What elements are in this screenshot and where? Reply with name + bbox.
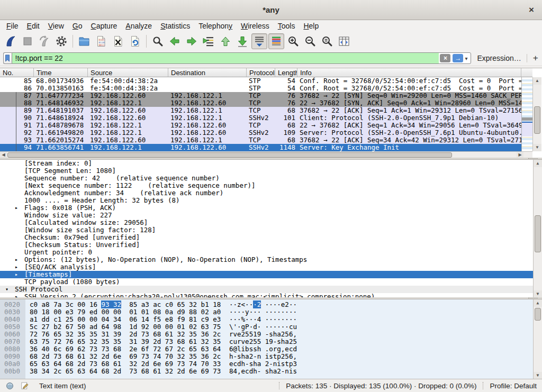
hex-bytes[interactable]: 63 75 72 76 65 32 35 35 31 39 2d 73 68 6… [30,338,221,345]
hex-bytes[interactable]: 38 34 2c 65 63 64 68 2d 73 68 61 32 2d 6… [30,368,221,375]
detail-row[interactable]: ▸SSH Version 2 (encryption:chacha20-poly… [0,293,542,297]
column-header-length[interactable]: Length [275,68,297,77]
hex-row-0040[interactable]: 0040a1 dd c1 25 00 00 04 34 06 14 f5 e8 … [0,316,532,323]
detail-row[interactable]: [Checksum Status: Unverified] [0,241,542,249]
details-vscroll-thumb[interactable] [535,215,541,252]
menu-statistics[interactable]: Statistics [156,21,194,31]
hex-bytes[interactable]: 68 2d 73 68 61 32 2d 6e 69 73 74 70 32 3… [30,353,221,360]
packet-row-92[interactable]: 9271.661949820192.168.122.1192.168.122.6… [0,129,521,136]
detail-row[interactable]: ▸[Timestamps] [0,271,542,278]
hex-row-0080[interactable]: 008036 40 6c 69 62 73 73 68 2e 6f 72 67 … [0,345,532,353]
expert-info-button[interactable] [5,381,15,390]
hex-bytes[interactable]: 72 76 65 32 35 35 31 39 2d 73 68 61 32 3… [30,331,221,338]
find-packet-button[interactable] [150,33,166,49]
filter-clear-button[interactable]: × [440,54,450,62]
packet-row-85[interactable]: 8568.001734936fe:54:00:d4:38:2aSTP54Conf… [0,77,521,85]
go-back-button[interactable] [167,33,183,49]
details-vscrollbar[interactable]: ▲ ▼ [533,160,542,297]
zoom-in-button[interactable] [285,33,301,49]
detail-row[interactable]: [Calculated window size: 29056] [0,219,542,226]
packet-list-vscroll-thumb[interactable] [534,106,540,134]
detail-row[interactable]: TCP payload (1080 bytes) [0,278,542,286]
packet-row-94[interactable]: 9471.663856741192.168.122.1192.168.122.6… [0,144,521,151]
scroll-up-icon[interactable]: ▲ [534,160,542,167]
expander-closed-icon[interactable]: ▸ [15,293,18,297]
hex-ascii[interactable]: ····y··· ········ [229,308,297,316]
menu-tools[interactable]: Tools [274,21,300,31]
restart-capture-button[interactable] [37,33,52,49]
colorize-button[interactable] [268,33,284,49]
packet-row-88[interactable]: 8871.648146932192.168.122.1192.168.122.6… [0,99,521,107]
hex-ascii[interactable]: 84,ecdh- sha2-nis [229,368,297,375]
packet-row-89[interactable]: 8971.648191037192.168.122.60192.168.122.… [0,107,521,114]
hex-bytes[interactable]: c0 a8 7a 3c 00 16 93 32 85 a3 ac c0 65 3… [30,301,221,308]
column-header-protocol[interactable]: Protocol [247,68,275,77]
menu-go[interactable]: Go [68,21,87,31]
detail-row[interactable]: Urgent pointer: 0 [0,249,542,256]
scroll-up-icon[interactable]: ▲ [534,299,542,307]
column-header-source[interactable]: Source [88,68,168,77]
go-forward-button[interactable] [184,33,200,49]
hex-ascii[interactable]: ···%···4 ········ [229,316,297,323]
auto-scroll-button[interactable] [251,33,267,49]
detail-row[interactable]: 1000 .... = Header Length: 32 bytes (8) [0,197,542,204]
hex-ascii[interactable]: ··z<···2 ····e2·· [229,301,297,308]
hex-row-0090[interactable]: 009068 2d 73 68 61 32 2d 6e 69 73 74 70 … [0,353,532,360]
packet-list-hscroll-thumb[interactable] [7,152,452,158]
zoom-100-button[interactable] [319,33,335,49]
menu-analyze[interactable]: Analyze [121,21,156,31]
scroll-down-icon[interactable]: ▼ [533,144,541,151]
hex-bytes[interactable]: 80 18 00 e3 79 ed 00 00 01 01 08 0a d9 8… [30,308,221,316]
scroll-down-icon[interactable]: ▼ [534,372,542,379]
hex-ascii[interactable]: 6@libssh .org,ecd [229,345,297,353]
go-last-button[interactable] [234,33,250,49]
capture-options-button[interactable] [53,33,69,49]
detail-row[interactable]: Checksum: 0x79ed [unverified] [0,234,542,241]
menu-view[interactable]: View [44,21,68,31]
expander-closed-icon[interactable]: ▸ [15,263,18,271]
hex-bytes[interactable]: 65 63 64 68 2d 73 68 61 32 2d 6e 69 73 7… [30,360,221,368]
column-header-time[interactable]: Time [34,68,88,77]
open-file-button[interactable] [76,33,92,49]
detail-row[interactable]: [TCP Segment Len: 1080] [0,167,542,175]
hex-ascii[interactable]: h-sha2-n istp256, [229,353,297,360]
hex-ascii[interactable]: curve255 19-sha25 [229,338,297,345]
hex-bytes[interactable]: 36 40 6c 69 62 73 73 68 2e 6f 72 67 2c 6… [30,345,221,353]
filter-bookmark-button[interactable] [3,52,12,64]
hex-row-0060[interactable]: 006072 76 65 32 35 35 31 39 2d 73 68 61 … [0,331,532,338]
filter-add-button[interactable]: + [532,53,539,63]
go-to-packet-button[interactable] [201,33,216,49]
menu-file[interactable]: File [2,21,23,31]
detail-row[interactable]: Sequence number: 42 (relative sequence n… [0,175,542,182]
hex-row-0020[interactable]: 0020c0 a8 7a 3c 00 16 93 32 85 a3 ac c0 … [0,301,532,308]
hex-row-00a0[interactable]: 00a065 63 64 68 2d 73 68 61 32 2d 6e 69 … [0,360,532,368]
expander-closed-icon[interactable]: ▸ [15,271,18,278]
hex-row-0050[interactable]: 00505c 27 b2 67 50 ad 64 98 1d 92 00 00 … [0,323,532,331]
packet-row-87[interactable]: 8771.647777234192.168.122.60192.168.122.… [0,92,521,99]
go-first-button[interactable] [218,33,233,49]
hex-rows[interactable]: 0020c0 a8 7a 3c 00 16 93 32 85 a3 ac c0 … [0,301,532,375]
column-header-destination[interactable]: Destination [168,68,247,77]
detail-row[interactable]: [Window size scaling factor: 128] [0,226,542,234]
packet-row-91[interactable]: 9171.648789678192.168.122.1192.168.122.6… [0,122,521,129]
close-button[interactable]: × [526,5,537,15]
detail-row[interactable]: ▸Flags: 0x018 (PSH, ACK) [0,204,542,212]
hex-bytes[interactable]: 5c 27 b2 67 50 ad 64 98 1d 92 00 00 01 0… [30,323,221,331]
expression-button[interactable]: Expression… [477,54,521,62]
filter-apply-button[interactable]: → [453,54,463,62]
hex-row-0030[interactable]: 003080 18 00 e3 79 ed 00 00 01 01 08 0a … [0,308,532,316]
bytes-vscroll-thumb[interactable] [535,308,541,321]
expander-open-icon[interactable]: ▾ [5,286,8,293]
hex-row-00b0[interactable]: 00b038 34 2c 65 63 64 68 2d 73 68 61 32 … [0,368,532,375]
reload-file-button[interactable] [127,33,143,49]
expander-closed-icon[interactable]: ▸ [15,204,18,212]
detail-row[interactable]: Window size value: 227 [0,212,542,219]
resize-columns-button[interactable] [336,33,352,49]
column-header-no[interactable]: No. [0,68,34,77]
detail-row[interactable]: ▸Options: (12 bytes), No-Operation (NOP)… [0,256,542,263]
hex-bytes[interactable]: a1 dd c1 25 00 00 04 34 06 14 f5 e8 f9 8… [30,316,221,323]
filter-dropdown-caret[interactable]: ▾ [464,56,470,61]
close-file-button[interactable] [110,33,126,49]
menu-help[interactable]: Help [299,21,323,31]
expander-closed-icon[interactable]: ▸ [15,256,18,263]
